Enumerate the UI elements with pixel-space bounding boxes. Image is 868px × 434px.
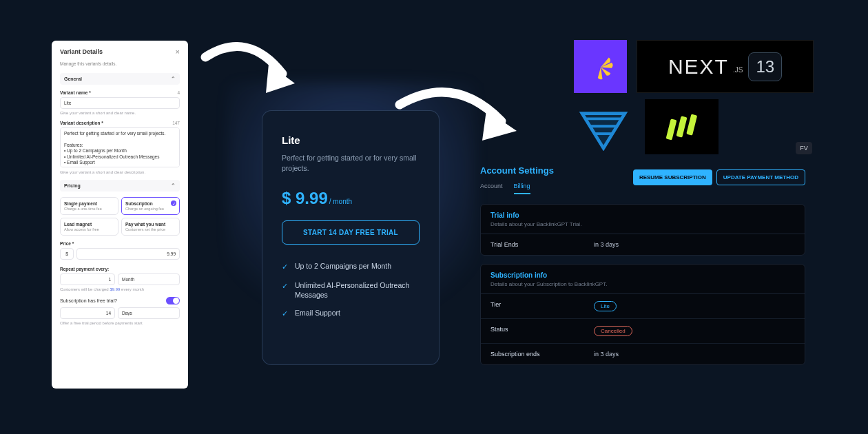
- fv-badge: FV: [796, 142, 812, 154]
- variant-desc-input[interactable]: Perfect for getting started or for very …: [60, 127, 180, 167]
- repeat-hint: Customers will be charged $9.99 every mo…: [60, 287, 180, 291]
- section-pricing-label: Pricing: [64, 183, 81, 188]
- price-input[interactable]: [76, 248, 180, 260]
- section-pricing[interactable]: Pricing ⌃: [60, 180, 180, 192]
- pricing-option-title: Lead magnet: [64, 222, 114, 227]
- price-label: Price *: [60, 241, 74, 246]
- nextjs-wordmark: NEXT: [668, 55, 729, 79]
- tier-pill: Lite: [594, 301, 617, 311]
- gem-logo: [574, 99, 633, 154]
- repeat-unit-select[interactable]: Month: [118, 273, 180, 285]
- feature-item: ✓Email Support: [282, 308, 420, 318]
- section-general[interactable]: General ⌃: [60, 73, 180, 85]
- nextjs-version-badge: 13: [748, 52, 782, 81]
- trial-toggle[interactable]: [166, 297, 180, 304]
- check-icon: ✓: [282, 281, 288, 300]
- repeat-label: Repeat payment every:: [60, 267, 109, 271]
- status-label: Status: [490, 326, 594, 336]
- account-settings-panel: Account Settings RESUME SUBSCRIPTION UPD…: [480, 165, 805, 394]
- subscription-info-card: Subscription info Details about your Sub…: [480, 264, 805, 365]
- pricing-option-sub: Customers set the price: [125, 227, 176, 231]
- panel-subtitle: Manage this variants details.: [60, 61, 180, 66]
- status-pill: Cancelled: [594, 326, 632, 336]
- status-row: Status Cancelled: [481, 319, 805, 344]
- pricing-option-pwyw[interactable]: Pay what you want Customers set the pric…: [121, 218, 180, 236]
- chevron-up-icon: ⌃: [171, 183, 176, 189]
- pricing-option-subscription[interactable]: Subscription Charge an ongoing fee ✓: [121, 197, 180, 215]
- section-general-label: General: [64, 76, 82, 81]
- trial-ends-label: Trial Ends: [490, 241, 594, 248]
- repeat-interval-input[interactable]: [60, 273, 115, 285]
- check-icon: ✓: [171, 200, 176, 206]
- trial-info-card: Trial info Details about your BacklinkGP…: [480, 204, 805, 256]
- subscription-info-sub: Details about your Subscription to Backl…: [490, 281, 795, 287]
- pricing-option-sub: Allow access for free: [64, 227, 114, 231]
- trial-hint: Offer a free trial period before payment…: [60, 321, 180, 325]
- subscription-ends-label: Subscription ends: [490, 351, 594, 358]
- tier-row: Tier Lite: [481, 294, 805, 319]
- trial-days-input[interactable]: [60, 307, 115, 319]
- currency-input[interactable]: [60, 248, 74, 260]
- arrow-icon: [200, 38, 309, 114]
- pricing-price: $ 9.99/ month: [282, 189, 420, 208]
- feature-item: ✓Unlimited AI-Personalized Outreach Mess…: [282, 280, 420, 300]
- pricing-option-title: Subscription: [125, 201, 176, 206]
- start-trial-button[interactable]: START 14 DAY FREE TRIAL: [282, 220, 420, 245]
- bars-logo: [645, 99, 719, 154]
- pricing-option-title: Pay what you want: [125, 222, 176, 227]
- check-icon: ✓: [282, 309, 288, 318]
- nextjs-logo: NEXT .JS 13: [637, 40, 814, 93]
- resume-subscription-button[interactable]: RESUME SUBSCRIPTION: [633, 169, 712, 185]
- variant-desc-hint: Give your variant a short and clear desc…: [60, 170, 180, 174]
- pricing-option-title: Single payment: [64, 201, 114, 206]
- trial-toggle-label: Subscription has free trial?: [60, 298, 117, 303]
- subscription-ends-value: in 3 days: [594, 351, 619, 358]
- variant-details-panel: Variant Details × Manage this variants d…: [52, 41, 188, 389]
- trial-unit-select[interactable]: Days: [118, 307, 180, 319]
- pricing-option-lead-magnet[interactable]: Lead magnet Allow access for free: [60, 218, 118, 236]
- variant-name-hint: Give your variant a short and clear name…: [60, 111, 180, 115]
- tab-billing[interactable]: Billing: [514, 183, 530, 194]
- pricing-type-grid: Single payment Charge a one-time fee Sub…: [60, 197, 180, 236]
- pricing-option-sub: Charge an ongoing fee: [125, 207, 176, 211]
- subscription-ends-row: Subscription ends in 3 days: [481, 344, 805, 364]
- tab-account[interactable]: Account: [480, 183, 503, 194]
- trial-ends-row: Trial Ends in 3 days: [481, 234, 805, 255]
- subscription-info-title: Subscription info: [490, 271, 795, 279]
- update-payment-method-button[interactable]: UPDATE PAYMENT METHOD: [716, 169, 805, 185]
- variant-desc-count: 147: [172, 121, 180, 125]
- feature-item: ✓Up to 2 Campaigns per Month: [282, 261, 420, 271]
- check-icon: ✓: [282, 262, 288, 271]
- arrow-icon: [393, 83, 530, 158]
- trial-info-title: Trial info: [490, 211, 795, 219]
- chevron-up-icon: ⌃: [171, 76, 176, 82]
- pricing-option-single[interactable]: Single payment Charge a one-time fee: [60, 197, 118, 215]
- lemon-squeezy-logo: [574, 40, 627, 93]
- trial-info-sub: Details about your BacklinkGPT Trial.: [490, 221, 795, 227]
- variant-desc-label: Variant description *: [60, 121, 103, 125]
- variant-name-input[interactable]: [60, 97, 180, 109]
- close-icon[interactable]: ×: [176, 48, 180, 56]
- pricing-option-sub: Charge a one-time fee: [64, 207, 114, 211]
- nextjs-suffix: .JS: [733, 66, 743, 74]
- variant-name-count: 4: [177, 90, 180, 95]
- tier-label: Tier: [490, 301, 594, 311]
- variant-name-label: Variant name *: [60, 90, 91, 95]
- panel-title: Variant Details: [60, 48, 103, 55]
- trial-ends-value: in 3 days: [594, 241, 619, 248]
